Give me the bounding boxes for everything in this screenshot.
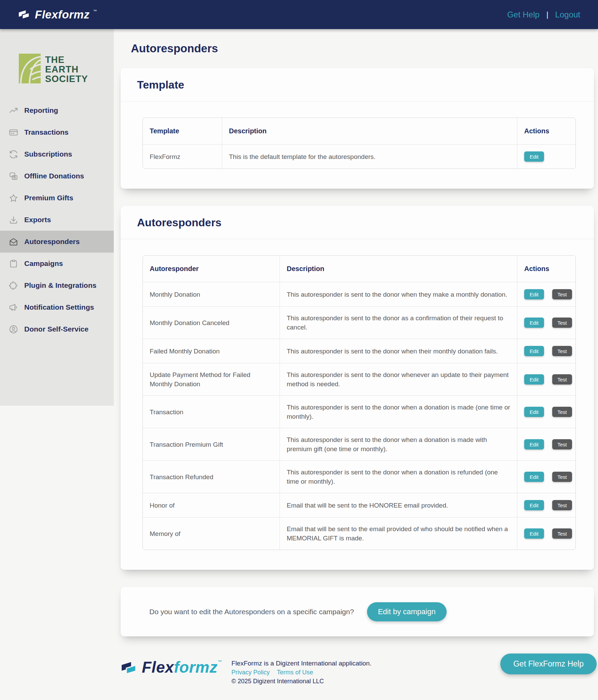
row-name: Transaction Premium Gift xyxy=(143,428,280,460)
row-description: This autoresponder is sent to the donor … xyxy=(280,363,517,395)
table-row: Failed Monthly DonationThis autoresponde… xyxy=(143,339,575,363)
row-name: Update Payment Method for Failed Monthly… xyxy=(143,363,280,395)
row-description: This autoresponder is sent to the donor … xyxy=(280,395,517,428)
row-name: Monthly Donation Canceled xyxy=(143,306,280,339)
row-name: Honor of xyxy=(143,493,280,517)
table-row: Transaction RefundedThis autoresponder i… xyxy=(143,460,575,493)
footer-brand-flex: Flex xyxy=(142,658,174,676)
row-actions: EditTest xyxy=(517,395,575,428)
get-help-link[interactable]: Get Help xyxy=(507,10,540,19)
row-name: Transaction Refunded xyxy=(143,460,280,493)
main-content: Autoresponders Template Template Descrip… xyxy=(114,29,598,654)
edit-button[interactable]: Edit xyxy=(524,318,544,328)
sidebar-item-label: Offline Donations xyxy=(24,172,84,180)
sidebar-item-reporting[interactable]: Reporting xyxy=(0,99,114,121)
row-description: This autoresponder is sent to the donor … xyxy=(280,282,517,306)
sidebar-item-label: Autoresponders xyxy=(24,238,80,246)
table-row: Update Payment Method for Failed Monthly… xyxy=(143,363,575,395)
footer-app-line: FlexFormz is a Digizent International ap… xyxy=(231,660,371,667)
row-name: Monthly Donation xyxy=(143,282,280,306)
sidebar-item-offline-donations[interactable]: Offline Donations xyxy=(0,165,114,187)
brand-trademark: ™ xyxy=(93,9,97,13)
edit-button[interactable]: Edit xyxy=(524,500,544,510)
flexformz-logo-icon xyxy=(18,10,31,21)
table-row: Monthly DonationThis autoresponder is se… xyxy=(143,282,575,306)
credit-card-icon xyxy=(9,128,18,137)
edit-button[interactable]: Edit xyxy=(524,472,544,482)
autoresponders-card: Autoresponders Autoresponder Description… xyxy=(121,206,594,570)
row-description: This autoresponder is sent to the donor … xyxy=(280,306,517,339)
test-button[interactable]: Test xyxy=(552,346,572,356)
test-button[interactable]: Test xyxy=(552,318,572,328)
row-description: Email that will be sent to the HONOREE e… xyxy=(280,493,517,517)
campaign-card: Do you want to edit the Autoresponders o… xyxy=(121,587,594,636)
sidebar-item-donor-self-service[interactable]: Donor Self-Service xyxy=(0,318,114,340)
edit-button[interactable]: Edit xyxy=(524,407,544,417)
column-header: Actions xyxy=(517,256,575,282)
table-row: Transaction Premium GiftThis autorespond… xyxy=(143,428,575,460)
sidebar-item-label: Premium Gifts xyxy=(24,194,73,202)
sidebar-item-subscriptions[interactable]: Subscriptions xyxy=(0,143,114,165)
template-card: Template Template Description Actions Fl… xyxy=(121,68,594,189)
test-button[interactable]: Test xyxy=(552,528,572,539)
row-actions: EditTest xyxy=(517,363,575,395)
edit-button[interactable]: Edit xyxy=(524,289,544,299)
sidebar-item-label: Campaigns xyxy=(24,259,63,268)
sidebar-item-autoresponders[interactable]: Autoresponders xyxy=(0,231,114,253)
edit-button[interactable]: Edit xyxy=(524,374,544,385)
row-actions: Edit xyxy=(517,144,575,169)
get-flexformz-help-button[interactable]: Get FlexFormz Help xyxy=(500,654,597,674)
row-actions: EditTest xyxy=(517,460,575,493)
test-button[interactable]: Test xyxy=(552,289,572,299)
edit-button[interactable]: Edit xyxy=(524,528,544,539)
template-table: Template Description Actions FlexFormzTh… xyxy=(142,118,576,169)
row-actions: EditTest xyxy=(517,282,575,306)
test-button[interactable]: Test xyxy=(552,407,572,417)
sidebar-item-notification-settings[interactable]: Notification Settings xyxy=(0,296,114,318)
sidebar-item-label: Reporting xyxy=(24,106,58,115)
privacy-policy-link[interactable]: Privacy Policy xyxy=(231,669,270,676)
flexformz-logo[interactable]: Flexformz ™ xyxy=(18,8,97,21)
row-actions: EditTest xyxy=(517,493,575,517)
test-button[interactable]: Test xyxy=(552,439,572,449)
row-description: This autoresponder is sent to the donor … xyxy=(280,428,517,460)
table-row: Honor ofEmail that will be sent to the H… xyxy=(143,493,575,517)
row-actions: EditTest xyxy=(517,428,575,460)
template-card-heading: Template xyxy=(121,68,594,102)
refresh-icon xyxy=(9,150,18,159)
sidebar-item-plugin-integrations[interactable]: Plugin & Integrations xyxy=(0,274,114,296)
edit-button[interactable]: Edit xyxy=(524,346,544,356)
trending-up-icon xyxy=(9,106,18,115)
autoresponders-table: Autoresponder Description Actions Monthl… xyxy=(142,255,576,550)
test-button[interactable]: Test xyxy=(552,472,572,482)
edit-by-campaign-button[interactable]: Edit by campaign xyxy=(367,602,447,621)
download-icon xyxy=(9,215,18,225)
star-icon xyxy=(9,193,18,203)
edit-button[interactable]: Edit xyxy=(524,151,544,162)
sidebar-item-label: Transactions xyxy=(24,128,69,136)
sidebar-item-campaigns[interactable]: Campaigns xyxy=(0,253,114,274)
template-table-body: FlexFormzThis is the default template fo… xyxy=(143,144,575,169)
edit-button[interactable]: Edit xyxy=(524,439,544,449)
sidebar-item-label: Exports xyxy=(24,216,51,224)
sidebar-item-exports[interactable]: Exports xyxy=(0,209,114,231)
footer-logo-icon xyxy=(121,661,138,677)
megaphone-icon xyxy=(9,303,18,312)
brand-name: Flexformz xyxy=(35,8,90,21)
test-button[interactable]: Test xyxy=(552,374,572,385)
row-description: Email that will be sent to the email pro… xyxy=(280,517,517,550)
autoresponders-table-body: Monthly DonationThis autoresponder is se… xyxy=(143,282,575,550)
logout-link[interactable]: Logout xyxy=(555,10,580,19)
table-row: TransactionThis autoresponder is sent to… xyxy=(143,395,575,428)
column-header: Actions xyxy=(517,118,575,144)
sidebar-item-label: Subscriptions xyxy=(24,150,72,158)
test-button[interactable]: Test xyxy=(552,500,572,510)
sidebar-item-premium-gifts[interactable]: Premium Gifts xyxy=(0,187,114,209)
terms-of-use-link[interactable]: Terms of Use xyxy=(277,669,313,676)
footer-copyright: © 2025 Digizent International LLC xyxy=(231,678,371,685)
row-actions: EditTest xyxy=(517,306,575,339)
column-header: Description xyxy=(222,118,517,144)
row-actions: EditTest xyxy=(517,517,575,550)
sidebar-item-transactions[interactable]: Transactions xyxy=(0,121,114,143)
sidebar-item-label: Notification Settings xyxy=(24,303,94,311)
